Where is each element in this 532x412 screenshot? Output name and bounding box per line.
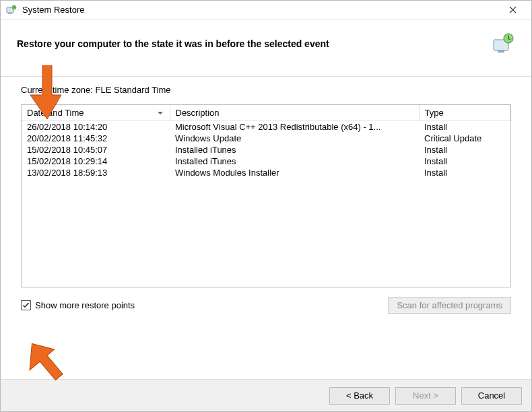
titlebar: System Restore bbox=[1, 1, 531, 20]
arrow-annotation-bottom bbox=[23, 337, 69, 383]
cell-desc: Installed iTunes bbox=[170, 144, 419, 156]
table-row[interactable]: 15/02/2018 10:45:07Installed iTunesInsta… bbox=[22, 144, 510, 156]
svg-rect-4 bbox=[498, 50, 504, 53]
cell-type: Install bbox=[419, 167, 510, 178]
cell-type: Install bbox=[419, 156, 510, 167]
show-more-label: Show more restore points bbox=[35, 300, 135, 310]
restore-header-icon bbox=[491, 32, 515, 56]
cell-desc: Installed iTunes bbox=[170, 156, 419, 167]
column-header-description[interactable]: Description bbox=[170, 105, 419, 121]
table-row[interactable]: 26/02/2018 10:14:20Microsoft Visual C++ … bbox=[22, 121, 510, 133]
restore-points-table[interactable]: Date and Time Description Type 26/02/201… bbox=[21, 104, 511, 287]
cell-desc: Windows Modules Installer bbox=[170, 167, 419, 178]
system-restore-icon bbox=[5, 3, 18, 17]
close-button[interactable] bbox=[498, 1, 527, 19]
table-row[interactable]: 15/02/2018 10:29:14Installed iTunesInsta… bbox=[22, 156, 510, 167]
column-header-type[interactable]: Type bbox=[419, 105, 510, 121]
cell-date: 13/02/2018 18:59:13 bbox=[22, 167, 170, 178]
scan-affected-button: Scan for affected programs bbox=[388, 297, 511, 314]
cell-desc: Windows Update bbox=[170, 133, 419, 144]
show-more-checkbox[interactable]: Show more restore points bbox=[21, 300, 135, 310]
cell-type: Install bbox=[419, 121, 510, 133]
timezone-label: Current time zone: FLE Standard Time bbox=[21, 85, 511, 95]
cell-type: Install bbox=[419, 144, 510, 156]
back-button[interactable]: < Back bbox=[329, 387, 390, 405]
svg-rect-1 bbox=[8, 13, 12, 14]
divider bbox=[1, 76, 531, 77]
wizard-footer: < Back Next > Cancel bbox=[1, 379, 531, 411]
window-title: System Restore bbox=[22, 5, 498, 15]
cell-date: 15/02/2018 10:29:14 bbox=[22, 156, 170, 167]
cell-desc: Microsoft Visual C++ 2013 Redistributabl… bbox=[170, 121, 419, 133]
cancel-button[interactable]: Cancel bbox=[461, 387, 522, 405]
column-header-date[interactable]: Date and Time bbox=[22, 105, 170, 121]
cell-date: 26/02/2018 10:14:20 bbox=[22, 121, 170, 133]
header-text: Restore your computer to the state it wa… bbox=[17, 38, 491, 49]
table-row[interactable]: 13/02/2018 18:59:13Windows Modules Insta… bbox=[22, 167, 510, 178]
checkbox-icon bbox=[21, 300, 31, 310]
header: Restore your computer to the state it wa… bbox=[1, 20, 531, 76]
table-row[interactable]: 20/02/2018 11:45:32Windows UpdateCritica… bbox=[22, 133, 510, 144]
next-button: Next > bbox=[395, 387, 456, 405]
cell-type: Critical Update bbox=[419, 133, 510, 144]
cell-date: 15/02/2018 10:45:07 bbox=[22, 144, 170, 156]
cell-date: 20/02/2018 11:45:32 bbox=[22, 133, 170, 144]
